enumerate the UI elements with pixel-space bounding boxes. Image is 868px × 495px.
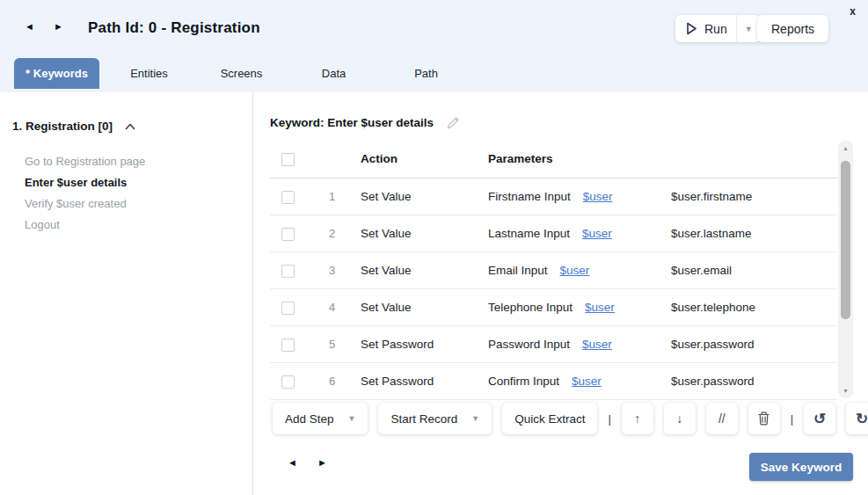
save-keyword-button[interactable]: Save Keyword (749, 453, 853, 481)
row-checkbox[interactable] (281, 191, 295, 204)
step-action: Set Password (361, 363, 434, 399)
keyword-title-row: Keyword: Enter $user details (270, 115, 461, 130)
sidebar-group-registration[interactable]: 1. Registration [0] (12, 120, 135, 133)
tab-bar: * Keywords Entities Screens Data Path (14, 58, 469, 89)
table-row[interactable]: 2 Set Value Lastname Input $user $user.l… (270, 215, 837, 252)
run-button[interactable]: Run ▼ (675, 15, 761, 42)
step-parameters: Lastname Input $user (488, 215, 612, 251)
edit-keyword-icon[interactable] (446, 115, 461, 130)
toolbar-separator: | (608, 412, 610, 426)
add-step-caret-icon: ▼ (348, 414, 356, 423)
sidebar-item-go-to-registration-page[interactable]: Go to Registration page (25, 151, 145, 172)
row-checkbox[interactable] (281, 265, 295, 278)
step-entity-link[interactable]: $user (585, 289, 615, 325)
path-nav-arrows: ◄ ► (25, 21, 63, 32)
column-header-action: Action (361, 141, 398, 178)
forward-icon[interactable]: ► (54, 21, 63, 32)
tab-screens[interactable]: Screens (199, 58, 284, 89)
sidebar-item-enter-user-details[interactable]: Enter $user details (25, 172, 145, 193)
top-header: x ◄ ► Path Id: 0 - Registration Run ▼ Re… (0, 0, 868, 92)
close-icon[interactable]: x (850, 5, 856, 18)
step-entity-link[interactable]: $user (560, 252, 590, 288)
tab-entities[interactable]: Entities (106, 58, 192, 89)
keyword-pager: ◄ ► (288, 457, 327, 468)
quick-extract-label: Quick Extract (514, 412, 585, 426)
step-element: Lastname Input (488, 215, 570, 251)
step-value: $user.email (671, 252, 732, 288)
step-entity-link[interactable]: $user (583, 178, 613, 215)
table-row[interactable]: 4 Set Value Telephone Input $user $user.… (270, 289, 837, 326)
step-entity-link[interactable]: $user (572, 363, 602, 399)
step-value: $user.password (671, 326, 755, 362)
table-scrollbar[interactable]: ▲ ▼ (838, 141, 853, 398)
step-parameters: Telephone Input $user (488, 289, 615, 325)
table-row[interactable]: 6 Set Password Confirm Input $user $user… (270, 363, 837, 400)
pager-prev-icon[interactable]: ◄ (288, 457, 297, 468)
keyword-title: Keyword: Enter $user details (270, 116, 434, 129)
step-value: $user.firstname (671, 178, 752, 215)
scrollbar-down-icon[interactable]: ▼ (838, 388, 853, 394)
step-value: $user.lastname (671, 215, 752, 251)
scrollbar-thumb[interactable] (841, 161, 850, 319)
step-action: Set Value (361, 289, 412, 325)
row-checkbox[interactable] (281, 228, 295, 241)
back-icon[interactable]: ◄ (25, 21, 34, 32)
table-row[interactable]: 1 Set Value Firstname Input $user $user.… (270, 178, 837, 215)
comment-step-button[interactable]: // (706, 403, 738, 434)
step-entity-link[interactable]: $user (582, 326, 612, 362)
step-value: $user.telephone (671, 289, 755, 325)
step-parameters: Firstname Input $user (488, 178, 613, 215)
page-title: Path Id: 0 - Registration (88, 19, 260, 37)
sidebar-keyword-list: Go to Registration page Enter $user deta… (25, 151, 145, 236)
select-all-checkbox[interactable] (281, 153, 295, 166)
step-value: $user.password (671, 363, 755, 399)
trash-icon (757, 411, 770, 426)
step-entity-link[interactable]: $user (582, 215, 612, 251)
sidebar-item-verify-user-created[interactable]: Verify $user created (25, 193, 145, 215)
chevron-up-icon[interactable] (125, 123, 135, 130)
steps-table-header: Action Parameters (270, 141, 837, 178)
step-action: Set Value (361, 252, 412, 288)
step-number: 3 (329, 252, 335, 288)
add-step-label: Add Step (285, 412, 334, 426)
run-label: Run (704, 22, 727, 36)
undo-button[interactable]: ↺ (804, 403, 835, 434)
pager-next-icon[interactable]: ► (317, 457, 327, 468)
step-element: Email Input (488, 252, 548, 288)
start-record-label: Start Record (390, 412, 457, 426)
scrollbar-up-icon[interactable]: ▲ (838, 145, 853, 151)
row-checkbox[interactable] (281, 302, 295, 315)
keyword-editor: Keyword: Enter $user details Action Para… (270, 92, 868, 495)
reports-button[interactable]: Reports (757, 15, 828, 42)
step-action: Set Value (361, 215, 412, 251)
redo-button[interactable]: ↻ (846, 403, 868, 434)
start-record-button[interactable]: Start Record ▼ (378, 403, 492, 434)
move-step-down-button[interactable]: ↓ (664, 403, 696, 434)
row-checkbox[interactable] (281, 338, 295, 352)
comment-slashes-icon: // (718, 411, 726, 426)
add-step-button[interactable]: Add Step ▼ (273, 403, 368, 434)
move-step-up-button[interactable]: ↑ (622, 403, 653, 434)
tab-keywords[interactable]: * Keywords (14, 58, 99, 89)
step-action: Set Value (361, 178, 412, 215)
delete-step-button[interactable] (748, 403, 780, 434)
step-number: 6 (329, 363, 335, 399)
keywords-sidebar: 1. Registration [0] Go to Registration p… (0, 92, 253, 495)
tab-data[interactable]: Data (291, 58, 376, 89)
sidebar-item-logout[interactable]: Logout (25, 215, 145, 236)
step-number: 5 (329, 326, 335, 362)
step-toolbar: Add Step ▼ Start Record ▼ Quick Extract … (273, 403, 868, 434)
step-action: Set Password (361, 326, 434, 362)
quick-extract-button[interactable]: Quick Extract (502, 403, 597, 434)
undo-icon: ↺ (813, 410, 826, 428)
step-element: Telephone Input (488, 289, 573, 325)
down-arrow-icon: ↓ (676, 411, 682, 426)
table-row[interactable]: 5 Set Password Password Input $user $use… (270, 326, 837, 363)
redo-icon: ↻ (856, 410, 868, 428)
table-row[interactable]: 3 Set Value Email Input $user $user.emai… (270, 252, 837, 289)
tab-path[interactable]: Path (383, 58, 469, 89)
step-number: 4 (329, 289, 335, 325)
row-checkbox[interactable] (281, 375, 295, 389)
step-element: Confirm Input (488, 363, 559, 399)
step-parameters: Email Input $user (488, 252, 589, 288)
